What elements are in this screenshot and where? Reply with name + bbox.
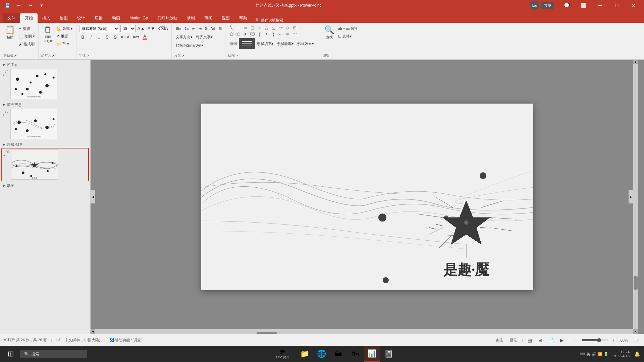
shape-custom[interactable]: ⋯ bbox=[277, 31, 284, 37]
tab-view[interactable]: 视图 bbox=[217, 13, 234, 23]
format-painter-button[interactable]: 🖌 格式刷 bbox=[17, 40, 36, 48]
italic-button[interactable]: I bbox=[87, 33, 95, 41]
view-normal-btn[interactable]: ▤ bbox=[526, 336, 534, 344]
clock[interactable]: 12:24 2023/4/18 bbox=[612, 349, 631, 359]
numbering-button[interactable]: 1≡ bbox=[183, 25, 190, 32]
taskbar-file-explorer-icon[interactable]: 📁 bbox=[297, 346, 313, 362]
minimize-button[interactable]: ─ bbox=[592, 0, 608, 11]
increase-indent-button[interactable]: ⇥ bbox=[197, 25, 203, 32]
drawing-expand[interactable]: ↗ bbox=[235, 54, 238, 57]
decrease-font-button[interactable]: A▼ bbox=[147, 25, 156, 32]
horizontal-scrollbar[interactable]: ◄ ► bbox=[91, 329, 638, 334]
view-reading-btn[interactable]: 📄 bbox=[547, 336, 555, 344]
tab-design[interactable]: 设计 bbox=[72, 13, 90, 23]
shape-arrow[interactable]: → bbox=[235, 25, 242, 31]
zoom-out-btn[interactable]: − bbox=[572, 336, 580, 344]
section-button[interactable]: 📁 节 ▾ bbox=[55, 40, 74, 48]
canvas-area[interactable]: 是趣·魘 ▲ ▼ ◄ ► ◄ ► bbox=[91, 60, 644, 334]
taskbar-onenote-icon[interactable]: 📓 bbox=[381, 346, 397, 362]
slide-item-24[interactable]: 24 ★ 简约点线超级动画 bbox=[1, 68, 89, 100]
clipboard-expand[interactable]: ↗ bbox=[14, 54, 17, 57]
comments-button[interactable]: 批注 bbox=[508, 336, 519, 344]
taskbar-store-icon[interactable]: 🛍 bbox=[347, 346, 363, 362]
tab-review[interactable]: 审阅 bbox=[200, 13, 217, 23]
panel-collapse-btn[interactable]: ◄ bbox=[91, 190, 95, 203]
scroll-up-btn[interactable]: ▲ bbox=[633, 60, 638, 64]
font-expand[interactable]: ↗ bbox=[87, 54, 89, 57]
tab-file[interactable]: 文件 bbox=[3, 13, 20, 23]
text-direction-button[interactable]: 文字方向▾ bbox=[174, 33, 194, 41]
shape-plus[interactable]: + bbox=[263, 31, 270, 37]
select-button[interactable]: ☐ 选择▾ bbox=[337, 33, 360, 40]
slide-panel[interactable]: ▼ 所不在 24 ★ 简约点线超级动 bbox=[0, 60, 91, 334]
spelling-icon[interactable]: 📝 bbox=[56, 338, 61, 342]
tab-transitions[interactable]: 切换 bbox=[90, 13, 107, 23]
shape-callout[interactable]: 💬 bbox=[249, 31, 256, 37]
text-align-button[interactable]: 对齐文字▾ bbox=[195, 33, 214, 41]
tab-animations[interactable]: 动画 bbox=[107, 13, 125, 23]
shadow-button[interactable]: S bbox=[111, 33, 119, 41]
taskbar-photos-icon[interactable]: 🏔 bbox=[330, 346, 346, 362]
notes-button[interactable]: 备注 bbox=[494, 336, 505, 344]
share-button[interactable]: 共享 bbox=[541, 2, 554, 9]
undo-button[interactable]: ↩ bbox=[14, 1, 23, 10]
tab-motion-go[interactable]: Motion Go bbox=[125, 13, 153, 23]
close-button[interactable]: ✕ bbox=[626, 0, 641, 11]
underline-button[interactable]: U bbox=[95, 33, 103, 41]
comments-icon-titlebar[interactable]: 💬 bbox=[559, 0, 574, 11]
tab-home[interactable]: 开始 bbox=[20, 13, 38, 23]
replace-button[interactable]: ab→ac 替换 bbox=[337, 25, 360, 32]
shape-pentagon[interactable]: ⬠ bbox=[228, 31, 235, 37]
find-button[interactable]: 🔍 查找 bbox=[323, 25, 336, 49]
clear-format-button[interactable]: ⌫A bbox=[157, 25, 169, 32]
shape-line[interactable]: ╲ bbox=[228, 25, 235, 31]
search-bar[interactable]: 🔍 搜索 bbox=[20, 350, 87, 358]
view-slide-sorter-btn[interactable]: ⊞ bbox=[536, 336, 544, 344]
strikethrough-button[interactable]: S bbox=[103, 33, 111, 41]
user-avatar[interactable]: Liu bbox=[530, 1, 539, 10]
zoom-thumb[interactable] bbox=[597, 338, 601, 342]
maximize-button[interactable]: □ bbox=[609, 0, 625, 11]
customize-button[interactable]: ▼ bbox=[37, 1, 46, 10]
system-tray[interactable]: ⌨ 英 🔊 📶 🔋 bbox=[579, 350, 610, 358]
layout-button[interactable]: 📐 版式 ▾ bbox=[55, 25, 74, 32]
tab-slideshow[interactable]: 幻灯片放映 bbox=[153, 13, 182, 23]
bullets-button[interactable]: ☰≡ bbox=[174, 25, 182, 32]
font-color-button[interactable]: A bbox=[141, 33, 148, 41]
shape-fill-button[interactable]: 形状填充▾ bbox=[256, 40, 275, 47]
font-name-select[interactable]: 微软雅黑 (标题) 宋体 黑体 bbox=[79, 25, 119, 32]
reset-button[interactable]: ↺ 重置 bbox=[55, 33, 74, 40]
zoom-level-btn[interactable]: 83% bbox=[619, 336, 629, 344]
scroll-left-btn[interactable]: ◄ bbox=[91, 329, 95, 334]
quick-styles-btn[interactable] bbox=[239, 38, 255, 49]
fit-window-btn[interactable]: ⊡ bbox=[632, 336, 640, 344]
accessibility-btn[interactable]: ♿ 辅助功能：调查 bbox=[109, 338, 141, 343]
taskbar-edge-icon[interactable]: 🌐 bbox=[314, 346, 330, 362]
tab-record[interactable]: 录制 bbox=[182, 13, 200, 23]
shape-rectangle[interactable]: ▭ bbox=[242, 25, 249, 31]
tab-draw[interactable]: 绘图 bbox=[55, 13, 72, 23]
tab-insert[interactable]: 插入 bbox=[38, 13, 55, 23]
columns-button[interactable]: ⊟ bbox=[217, 25, 223, 32]
smartart-button[interactable]: SmArt bbox=[204, 25, 217, 32]
shape-freeform[interactable]: ✏ bbox=[284, 31, 291, 37]
shape-wavy[interactable]: 〰 bbox=[277, 25, 284, 31]
zoom-in-btn[interactable]: + bbox=[610, 336, 618, 344]
start-button[interactable]: ⊞ bbox=[3, 346, 19, 362]
redo-button[interactable]: ↪ bbox=[25, 1, 35, 10]
shape-diamond[interactable]: ◇ bbox=[284, 25, 291, 31]
arrange-button[interactable]: 排列 bbox=[228, 40, 238, 47]
tab-help[interactable]: 帮助 bbox=[234, 13, 252, 23]
save-button[interactable]: 💾 bbox=[3, 1, 12, 10]
shape-triangle[interactable]: △ bbox=[263, 25, 270, 31]
increase-font-button[interactable]: A▲ bbox=[137, 25, 146, 32]
taskbar-powerpoint-icon[interactable]: 📊 bbox=[364, 346, 380, 362]
convert-smartart-button[interactable]: 转换为SmartArt▾ bbox=[174, 42, 205, 49]
h-scroll-thumb[interactable] bbox=[257, 332, 277, 334]
shape-oval[interactable]: ○ bbox=[256, 25, 263, 31]
search-help-btn[interactable]: 🔍 操作说明搜索 bbox=[255, 18, 283, 23]
case-button[interactable]: Aa▾ bbox=[131, 33, 141, 41]
slide-canvas[interactable]: 是趣·魘 bbox=[201, 104, 533, 290]
scroll-thumb[interactable] bbox=[634, 276, 638, 290]
panel-expand-btn[interactable]: ► bbox=[629, 190, 633, 203]
